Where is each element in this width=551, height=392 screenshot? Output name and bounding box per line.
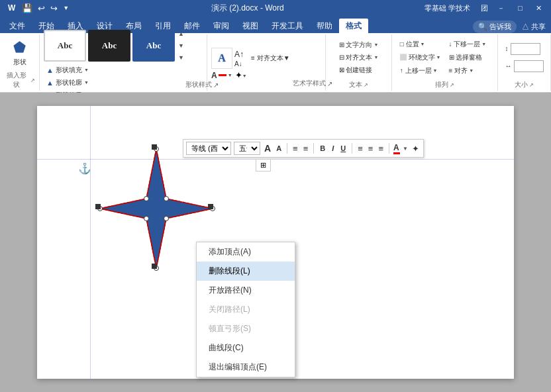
window-title: 演示 (2).docx - Word [211, 3, 284, 14]
font-name-select[interactable]: 等线 (西 [186, 142, 231, 155]
vertex-br[interactable] [164, 217, 169, 221]
artword-right-btns: ≡ 对齐文本▼ [248, 53, 293, 64]
fill-icon: ▲ [46, 66, 54, 74]
tab-developer[interactable]: 开发工具 [265, 19, 310, 33]
shape-icon: ⬟ [13, 39, 26, 56]
ribbon-group-shape-styles: Abc Abc Abc ▲ ▼ ▼ ▲ 形状填充▼ ▲ 形状轮廓▼ [40, 34, 207, 91]
ctx-add-vertex[interactable]: 添加顶点(A) [197, 242, 295, 262]
size-inputs: ↕ ↔ [505, 42, 544, 74]
artword-color-btn[interactable]: A ▼ [211, 71, 232, 80]
ribbon-group-insert-shape: ⬟ 形状 插入形状 ↗ [0, 34, 40, 91]
underline-btn[interactable]: U [338, 144, 348, 153]
align-left-icon[interactable]: ≡ [291, 144, 299, 154]
tab-help[interactable]: 帮助 [310, 19, 339, 33]
shape-style-btn-2[interactable]: Abc [88, 30, 130, 62]
ctx-delete-segment[interactable]: 删除线段(L) [197, 262, 295, 281]
styles-scroll: ▲ ▼ ▼ [177, 28, 185, 63]
ctx-curve-segment[interactable]: 曲线段(C) [197, 338, 295, 358]
align-btn[interactable]: ≡ 对齐▼ [446, 65, 493, 77]
shape-fill-btn[interactable]: ▲ 形状填充▼ [44, 64, 91, 76]
maximize-btn[interactable]: □ [514, 4, 526, 12]
artword-effect-btn[interactable]: ✦▼ [235, 70, 247, 80]
ctx-exit-edit[interactable]: 退出编辑顶点(E) [197, 358, 295, 377]
artword-size-up-icon[interactable]: A↑ [234, 50, 244, 59]
font-size-down-icon[interactable]: A [275, 144, 283, 152]
font-size-select[interactable]: 五号 [234, 142, 260, 155]
outline-dropdown-icon[interactable]: ▼ [84, 80, 89, 85]
handle-left-center[interactable] [95, 204, 101, 209]
artword-style-btn[interactable]: A [211, 48, 232, 69]
close-btn[interactable]: ✕ [532, 4, 546, 13]
save-icon[interactable]: 💾 [21, 3, 34, 13]
qat-dropdown-icon[interactable]: ▼ [62, 5, 70, 11]
title-bar-left: W 💾 ↩ ↪ ▼ [5, 3, 70, 13]
bold-btn[interactable]: B [318, 144, 327, 153]
wrap-text-btn[interactable]: ▥ 环绕文字▼ [397, 52, 444, 64]
artword-color-dropdown-icon[interactable]: ▼ [228, 73, 232, 77]
artword-size-down-icon[interactable]: A↓ [234, 60, 244, 68]
artword-top-row: A A↑ A↓ ≡ 对齐文本▼ [211, 45, 293, 70]
ribbon: ⬟ 形状 插入形状 ↗ Abc Abc Abc ▲ ▼ ▼ ▲ [0, 33, 551, 93]
create-link-btn[interactable]: ⊠ 创建链接 [336, 65, 381, 75]
move-up-btn[interactable]: ↑ 上移一层▼ [397, 65, 444, 77]
arrange-group-label: 排列 ↗ [435, 79, 454, 89]
align-center-icon[interactable]: ≡ [302, 144, 310, 154]
width-input[interactable] [514, 60, 544, 72]
scroll-expand-icon[interactable]: ▼ [177, 54, 185, 62]
tab-format[interactable]: 格式 [339, 19, 368, 33]
font-color-swatch [393, 152, 400, 154]
artword-effect-dropdown-icon[interactable]: ▼ [242, 74, 247, 78]
position-btn[interactable]: □ 位置▼ [397, 38, 444, 50]
artword-size-btns: A↑ A↓ [234, 50, 244, 68]
undo-icon[interactable]: ↩ [36, 3, 46, 13]
handle-top-center[interactable] [152, 144, 157, 150]
tell-me-search[interactable]: 🔍 告诉我 [473, 21, 517, 33]
ctx-open-path[interactable]: 开放路径(N) [197, 281, 295, 300]
shape-style-btn-1[interactable]: Abc [44, 30, 86, 62]
insert-shape-button[interactable]: ⬟ 形状 [8, 36, 32, 70]
font-color-btn[interactable]: A [393, 143, 400, 154]
fill-dropdown-icon[interactable]: ▼ [84, 68, 89, 72]
text-direction-btn[interactable]: ⊞ 文字方向▼ [336, 40, 381, 50]
shape-style-btn-3[interactable]: Abc [132, 30, 175, 62]
format-indicator-icon: ⊞ [260, 161, 266, 169]
arrange-expand-icon[interactable]: ↗ [450, 82, 454, 88]
minimize-btn[interactable]: － [493, 3, 509, 13]
select-pane-btn[interactable]: ⊞ 选择窗格 [446, 52, 493, 64]
align-btn-3[interactable]: ≡ [367, 144, 375, 154]
tab-review[interactable]: 审阅 [207, 19, 236, 33]
vertex-bl[interactable] [144, 217, 149, 221]
title-bar: W 💾 ↩ ↪ ▼ 演示 (2).docx - Word 零基础 学技术 团 －… [0, 0, 551, 16]
format-indicator: ⊞ [256, 159, 271, 172]
align-btn-4[interactable]: ≡ [377, 144, 385, 154]
move-down-btn[interactable]: ↓ 下移一层▼ [446, 38, 493, 50]
text-expand-icon[interactable]: ↗ [364, 82, 368, 88]
size-expand-icon[interactable]: ↗ [529, 82, 534, 88]
share-btn[interactable]: △ 共享 [522, 22, 546, 32]
height-row: ↕ [505, 43, 544, 55]
feedback-icon[interactable]: 团 [481, 3, 488, 13]
redo-icon[interactable]: ↪ [49, 3, 59, 13]
scroll-up-icon[interactable]: ▲ [177, 30, 185, 38]
title-bar-right: 零基础 学技术 团 － □ ✕ [425, 3, 546, 13]
tab-view[interactable]: 视图 [236, 19, 265, 33]
italic-btn[interactable]: I [330, 144, 336, 153]
tab-file[interactable]: 文件 [3, 19, 32, 33]
font-size-up-icon[interactable]: A [263, 143, 272, 154]
scroll-down-icon[interactable]: ▼ [177, 42, 185, 50]
artword-bottom-row: A ▼ ✦▼ [211, 70, 293, 80]
ribbon-group-text: ⊞ 文字方向▼ ⊟ 对齐文本▼ ⊠ 创建链接 文本 ↗ [326, 34, 392, 91]
shape-outline-btn[interactable]: ▲ 形状轮廓▼ [44, 77, 91, 89]
dropdown-arrow-icon[interactable]: ▼ [403, 146, 408, 152]
align-btn-2[interactable]: ≡ [356, 144, 364, 154]
handle-bottom-center[interactable] [152, 264, 157, 269]
vertex-tl[interactable] [144, 197, 149, 201]
magic-format-icon[interactable]: ✦ [411, 144, 421, 154]
vertex-tr[interactable] [164, 197, 169, 201]
artword-align-btn[interactable]: ≡ 对齐文本▼ [248, 53, 293, 64]
height-input[interactable] [511, 43, 540, 55]
insert-shape-group-label: 插入形状 ↗ [4, 70, 35, 89]
insert-shape-expand-icon[interactable]: ↗ [30, 77, 35, 83]
text-align-btn[interactable]: ⊟ 对齐文本▼ [336, 52, 381, 63]
handle-right-center[interactable] [208, 204, 213, 209]
